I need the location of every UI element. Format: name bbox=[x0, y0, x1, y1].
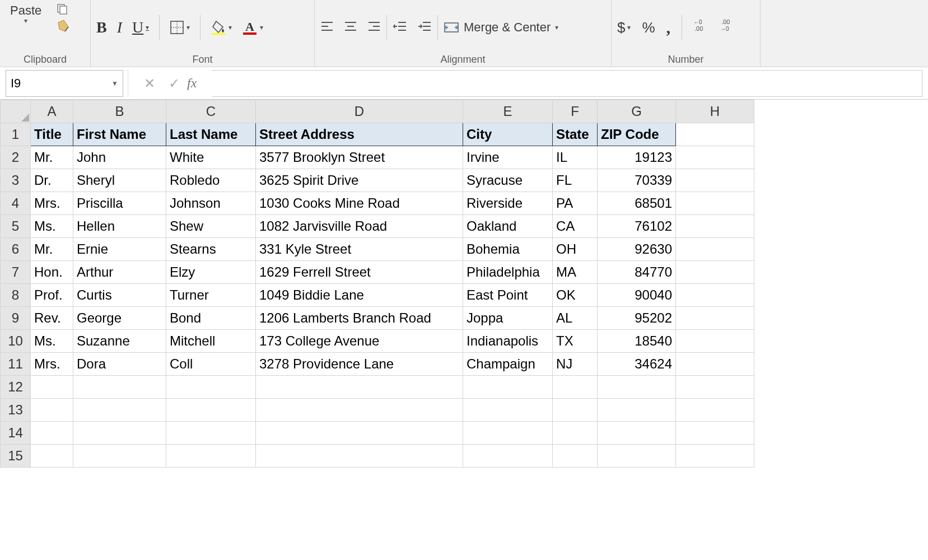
cell[interactable] bbox=[166, 422, 256, 445]
column-header[interactable]: F bbox=[553, 100, 598, 123]
table-header-cell[interactable]: Title bbox=[31, 123, 73, 146]
cell[interactable]: Priscilla bbox=[73, 192, 166, 215]
cell[interactable]: East Point bbox=[463, 284, 553, 307]
row-header[interactable]: 9 bbox=[1, 307, 31, 330]
cell[interactable]: Mitchell bbox=[166, 330, 256, 353]
align-left-icon[interactable] bbox=[320, 20, 334, 35]
comma-button[interactable]: , bbox=[666, 18, 671, 37]
format-painter-icon[interactable] bbox=[56, 19, 71, 34]
cell[interactable]: Ms. bbox=[31, 330, 73, 353]
align-right-icon[interactable] bbox=[367, 20, 381, 35]
cell[interactable]: 92630 bbox=[598, 238, 676, 261]
cell[interactable] bbox=[73, 399, 166, 422]
cell[interactable]: Oakland bbox=[463, 215, 553, 238]
row-header[interactable]: 10 bbox=[1, 330, 31, 353]
name-box-input[interactable] bbox=[11, 76, 111, 91]
decrease-indent-icon[interactable] bbox=[393, 20, 407, 35]
column-header[interactable]: D bbox=[256, 100, 463, 123]
copy-icon[interactable] bbox=[56, 3, 71, 17]
cell[interactable]: Stearns bbox=[166, 238, 256, 261]
increase-indent-icon[interactable] bbox=[417, 20, 432, 35]
cell[interactable]: Rev. bbox=[31, 307, 73, 330]
cell[interactable]: Mr. bbox=[31, 238, 73, 261]
cell[interactable]: Irvine bbox=[463, 146, 553, 169]
cell[interactable]: Johnson bbox=[166, 192, 256, 215]
row-header[interactable]: 8 bbox=[1, 284, 31, 307]
table-header-cell[interactable]: City bbox=[463, 123, 553, 146]
cell[interactable] bbox=[463, 422, 553, 445]
underline-button[interactable]: U ▾ bbox=[132, 18, 149, 36]
cell[interactable]: 76102 bbox=[598, 215, 676, 238]
cell[interactable] bbox=[676, 376, 754, 399]
cell[interactable]: Dora bbox=[73, 353, 166, 376]
row-header[interactable]: 14 bbox=[1, 422, 31, 445]
font-color-button[interactable]: A ▾ bbox=[242, 20, 263, 35]
cell[interactable]: 90040 bbox=[598, 284, 676, 307]
cell[interactable]: Joppa bbox=[463, 307, 553, 330]
chevron-down-icon[interactable]: ▼ bbox=[111, 80, 118, 87]
paste-button[interactable]: Paste ▾ bbox=[6, 3, 46, 25]
cell[interactable] bbox=[676, 422, 754, 445]
cell[interactable] bbox=[31, 376, 73, 399]
cell[interactable] bbox=[463, 399, 553, 422]
column-header[interactable]: C bbox=[166, 100, 256, 123]
cell[interactable]: George bbox=[73, 307, 166, 330]
row-header[interactable]: 15 bbox=[1, 445, 31, 468]
cell[interactable] bbox=[31, 422, 73, 445]
cell[interactable]: Ernie bbox=[73, 238, 166, 261]
align-center-icon[interactable] bbox=[344, 20, 357, 35]
row-header[interactable]: 5 bbox=[1, 215, 31, 238]
column-header[interactable]: E bbox=[463, 100, 553, 123]
merge-center-button[interactable]: Merge & Center ▾ bbox=[444, 20, 558, 35]
cell[interactable] bbox=[676, 261, 754, 284]
cell[interactable] bbox=[676, 123, 754, 146]
cell[interactable] bbox=[676, 330, 754, 353]
cell[interactable]: TX bbox=[553, 330, 598, 353]
row-header[interactable]: 12 bbox=[1, 376, 31, 399]
column-header[interactable]: H bbox=[676, 100, 754, 123]
cell[interactable]: 68501 bbox=[598, 192, 676, 215]
cell[interactable]: Sheryl bbox=[73, 169, 166, 192]
cell[interactable] bbox=[676, 146, 754, 169]
table-header-cell[interactable]: State bbox=[553, 123, 598, 146]
cell[interactable] bbox=[676, 445, 754, 468]
cell[interactable]: Indianapolis bbox=[463, 330, 553, 353]
cell[interactable]: Champaign bbox=[463, 353, 553, 376]
cell[interactable]: Ms. bbox=[31, 215, 73, 238]
cell[interactable]: MA bbox=[553, 261, 598, 284]
percent-button[interactable]: % bbox=[642, 19, 655, 36]
cell[interactable] bbox=[598, 445, 676, 468]
cell[interactable] bbox=[31, 445, 73, 468]
row-header[interactable]: 4 bbox=[1, 192, 31, 215]
italic-button[interactable]: I bbox=[117, 18, 122, 36]
cell[interactable]: Suzanne bbox=[73, 330, 166, 353]
fill-color-button[interactable]: ▾ bbox=[211, 20, 232, 35]
row-header[interactable]: 7 bbox=[1, 261, 31, 284]
cell[interactable]: 1206 Lamberts Branch Road bbox=[256, 307, 463, 330]
row-header[interactable]: 1 bbox=[1, 123, 31, 146]
cell[interactable]: AL bbox=[553, 307, 598, 330]
table-header-cell[interactable]: Street Address bbox=[256, 123, 463, 146]
decrease-decimal-icon[interactable]: .00→0 bbox=[720, 18, 736, 37]
cell[interactable]: 3625 Spirit Drive bbox=[256, 169, 463, 192]
row-header[interactable]: 3 bbox=[1, 169, 31, 192]
table-header-cell[interactable]: Last Name bbox=[166, 123, 256, 146]
cell[interactable] bbox=[463, 445, 553, 468]
cell[interactable]: Robledo bbox=[166, 169, 256, 192]
column-header[interactable]: B bbox=[73, 100, 166, 123]
cell[interactable]: Hon. bbox=[31, 261, 73, 284]
bold-button[interactable]: B bbox=[96, 18, 107, 36]
cell[interactable]: Philadelphia bbox=[463, 261, 553, 284]
cell[interactable]: 3577 Brooklyn Street bbox=[256, 146, 463, 169]
cell[interactable]: John bbox=[73, 146, 166, 169]
cell[interactable]: FL bbox=[553, 169, 598, 192]
cell[interactable]: Turner bbox=[166, 284, 256, 307]
cell[interactable]: 70339 bbox=[598, 169, 676, 192]
cell[interactable] bbox=[256, 399, 463, 422]
cell[interactable] bbox=[676, 284, 754, 307]
cell[interactable] bbox=[676, 399, 754, 422]
row-header[interactable]: 11 bbox=[1, 353, 31, 376]
cell[interactable]: Dr. bbox=[31, 169, 73, 192]
cell[interactable]: Mrs. bbox=[31, 192, 73, 215]
cell[interactable] bbox=[553, 399, 598, 422]
